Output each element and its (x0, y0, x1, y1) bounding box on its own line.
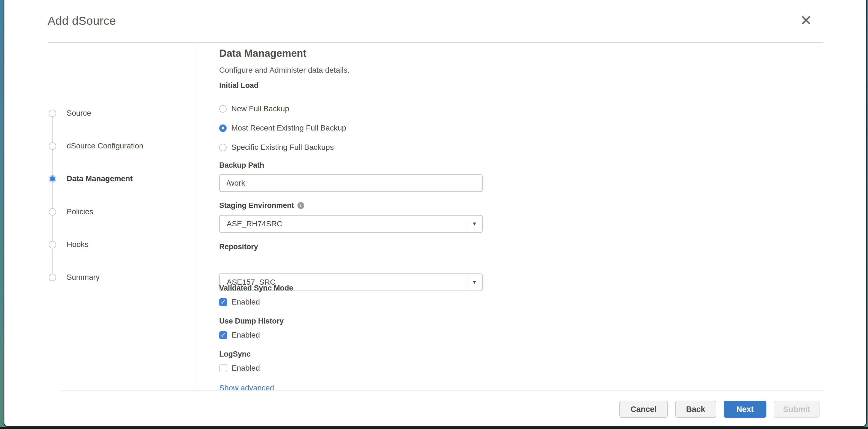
step-radio-icon (49, 142, 56, 150)
footer-divider (61, 390, 824, 391)
page-subtitle: Configure and Administer data details. (219, 66, 349, 74)
staging-environment-dropdown[interactable]: ASE_RH74SRC ▼ (219, 215, 483, 233)
check-icon: ✓ (221, 332, 226, 338)
wizard-step-source[interactable]: Source (4, 105, 197, 121)
logsync-row: Enabled (219, 362, 260, 374)
info-icon[interactable]: i (298, 202, 304, 209)
step-radio-icon (49, 274, 56, 281)
radio-unselected-icon (219, 144, 227, 151)
wizard-step-dsource-configuration[interactable]: dSource Configuration (4, 138, 197, 154)
close-icon: ✕ (800, 13, 812, 28)
wizard-step-summary[interactable]: Summary (4, 269, 197, 285)
validated-sync-mode-row: ✓ Enabled (219, 296, 260, 308)
use-dump-history-checkbox[interactable]: ✓ (219, 331, 227, 339)
staging-environment-label-row: Staging Environment i (219, 201, 304, 210)
wizard-step-label: Source (67, 109, 91, 118)
wizard-step-label: dSource Configuration (67, 142, 144, 150)
data-management-panel: Data Management Configure and Administer… (219, 43, 866, 390)
dropdown-caret-zone[interactable]: ▼ (467, 274, 482, 290)
close-button[interactable]: ✕ (797, 11, 815, 29)
checkbox-label: Enabled (231, 364, 260, 373)
validated-sync-checkbox[interactable]: ✓ (219, 298, 227, 306)
backdrop-bottom-edge (0, 427, 868, 429)
step-radio-icon (49, 110, 56, 117)
caret-down-icon: ▼ (472, 279, 477, 285)
dropdown-value: ASE_RH74SRC (227, 219, 282, 228)
checkbox-label: Enabled (231, 331, 260, 339)
radio-specific-existing-full-backups[interactable]: Specific Existing Full Backups (219, 141, 334, 153)
cancel-button[interactable]: Cancel (619, 401, 668, 418)
wizard-step-policies[interactable]: Policies (4, 204, 197, 220)
radio-unselected-icon (219, 105, 227, 113)
use-dump-history-label: Use Dump History (219, 317, 284, 326)
next-button[interactable]: Next (724, 401, 766, 418)
sidebar-divider (198, 43, 198, 390)
wizard-step-label: Data Management (67, 174, 133, 183)
backup-path-input[interactable] (219, 174, 483, 192)
radio-option-label: Specific Existing Full Backups (231, 143, 334, 152)
radio-most-recent-existing-full-backup[interactable]: Most Recent Existing Full Backup (219, 122, 346, 134)
checkbox-label: Enabled (231, 298, 260, 306)
check-icon: ✓ (221, 299, 226, 305)
logsync-checkbox[interactable] (219, 364, 227, 372)
wizard-step-label: Hooks (67, 240, 88, 249)
backup-path-label: Backup Path (219, 161, 265, 170)
dropdown-caret-zone[interactable]: ▼ (467, 216, 482, 232)
dialog-title: Add dSource (48, 14, 116, 28)
page-title: Data Management (219, 48, 307, 59)
staging-environment-label: Staging Environment (219, 201, 294, 210)
radio-option-label: New Full Backup (231, 104, 289, 113)
step-radio-icon (49, 241, 56, 248)
add-dsource-dialog: Add dSource ✕ Source dSource Configurati… (4, 0, 867, 427)
validated-sync-mode-label: Validated Sync Mode (219, 284, 293, 293)
use-dump-history-row: ✓ Enabled (219, 329, 260, 341)
submit-button[interactable]: Submit (774, 401, 819, 418)
caret-down-icon: ▼ (472, 221, 477, 227)
show-advanced-link[interactable]: Show advanced (219, 384, 274, 390)
logsync-label: LogSync (219, 350, 251, 359)
radio-selected-icon (219, 124, 227, 132)
wizard-nav: Source dSource Configuration Data Manage… (4, 43, 198, 390)
wizard-step-label: Summary (67, 273, 100, 282)
initial-load-label: Initial Load (219, 81, 258, 90)
back-button[interactable]: Back (675, 401, 716, 418)
step-radio-active-icon (49, 175, 56, 183)
wizard-step-label: Policies (67, 207, 93, 216)
wizard-step-data-management[interactable]: Data Management (4, 171, 197, 187)
radio-option-label: Most Recent Existing Full Backup (231, 124, 346, 132)
footer-actions: Cancel Back Next Submit (619, 401, 819, 418)
step-radio-icon (49, 208, 56, 216)
repository-label: Repository (219, 243, 258, 251)
wizard-step-hooks[interactable]: Hooks (4, 236, 197, 253)
radio-new-full-backup[interactable]: New Full Backup (219, 103, 289, 115)
